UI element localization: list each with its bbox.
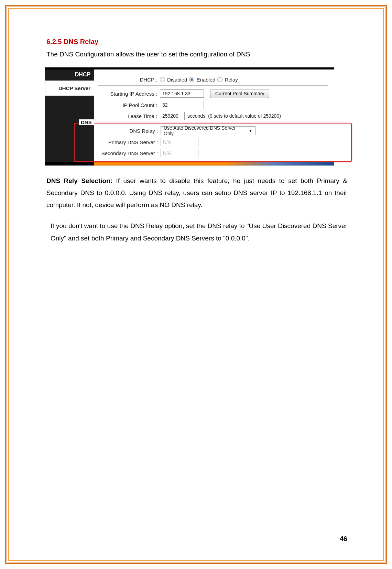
config-screenshot: DHCP DHCP Server DHCP : Disabled Enabled…	[45, 67, 334, 166]
dhcp-label: DHCP :	[98, 77, 160, 83]
para1-lead: DNS Rely Selection:	[46, 177, 112, 184]
primary-dns-label: Primary DNS Server :	[99, 139, 161, 145]
secondary-dns-input[interactable]	[161, 149, 198, 157]
para2-p3: ".	[246, 235, 250, 242]
para2-p2: " and set both Primary and Secondary DNS…	[64, 235, 226, 242]
lease-unit: seconds	[187, 113, 205, 119]
pool-count-label: IP Pool Count :	[98, 102, 160, 108]
radio-relay[interactable]	[217, 77, 222, 82]
lease-label: Lease Time :	[98, 113, 160, 119]
shot-main: DHCP : Disabled Enabled Relay Starting I…	[94, 69, 334, 162]
pool-count-input[interactable]	[160, 101, 204, 109]
radio-disabled-label: Disabled	[167, 77, 187, 83]
radio-enabled-label: Enabled	[196, 77, 215, 83]
para2-p1: If you don't want to use the DNS Relay o…	[51, 222, 249, 229]
divider	[98, 85, 328, 86]
shot-bottom-bar	[45, 162, 334, 165]
dns-legend: DNS	[79, 119, 94, 125]
pool-summary-button[interactable]: Current Pool Summary	[210, 89, 269, 98]
section-heading: 6.2.5 DNS Relay	[46, 38, 347, 46]
dns-fieldset: DNS DNS Relay : Use Auto Discovered DNS …	[74, 123, 352, 162]
dns-relay-label: DNS Relay :	[99, 128, 161, 134]
divider	[98, 73, 328, 73]
primary-dns-input[interactable]	[161, 138, 198, 146]
dns-relay-select-value: Use Auto Discovered DNS Server Only	[164, 125, 246, 136]
section-intro: The DNS Configuration allows the user to…	[46, 51, 347, 58]
chevron-down-icon: ▼	[249, 129, 252, 133]
start-ip-input[interactable]	[160, 89, 204, 98]
radio-enabled[interactable]	[189, 77, 194, 82]
paragraph-1: DNS Rely Selection: If user wants to dis…	[46, 175, 347, 211]
radio-relay-label: Relay	[225, 77, 238, 83]
lease-note: (0 sets to default value of 259200)	[208, 113, 281, 119]
start-ip-label: Starting IP Address :	[98, 91, 160, 97]
lease-input[interactable]	[160, 112, 185, 120]
page-number: 46	[340, 535, 347, 543]
dns-relay-select[interactable]: Use Auto Discovered DNS Server Only ▼	[161, 126, 255, 135]
secondary-dns-label: Secondary DNS Server :	[99, 150, 161, 156]
radio-disabled[interactable]	[160, 77, 165, 82]
para2-b2: 0.0.0.0	[226, 235, 246, 242]
paragraph-2: If you don't want to use the DNS Relay o…	[46, 220, 347, 244]
tab-dhcp[interactable]: DHCP	[71, 69, 95, 80]
tab-dhcp-server[interactable]: DHCP Server	[45, 80, 95, 96]
